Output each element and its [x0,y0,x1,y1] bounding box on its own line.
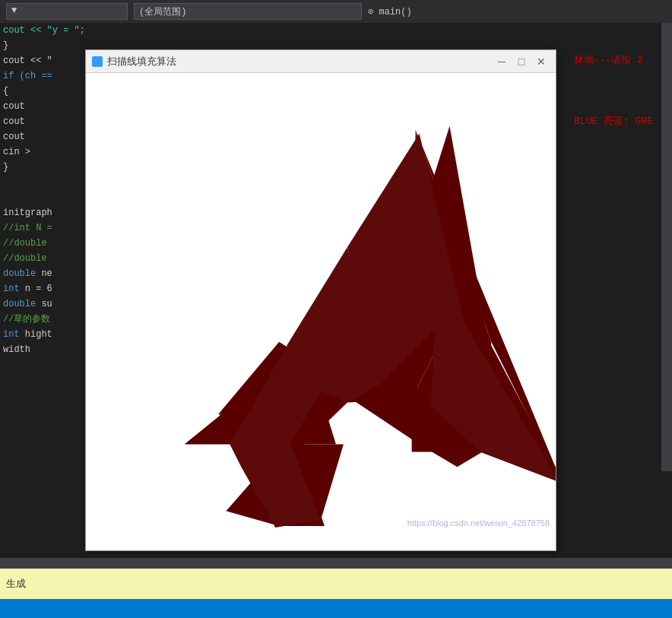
code-line: { [3,84,88,99]
scope-dropdown1[interactable]: ▼ [6,3,128,20]
watermark-text: https://blog.csdn.net/weixin_42878758 [407,518,550,528]
right-panel: 林地---请按 2 BLUE 亮蓝: GRE [574,23,661,471]
modal-dialog: 扫描线填充算法 ─ □ ✕ [85,49,556,551]
right-line: BLUE 亮蓝: GRE [574,114,661,129]
right-line: 林地---请按 2 [574,53,661,68]
code-line: double ne [3,266,88,281]
main-label: ⊙ main() [368,6,412,17]
scope-dropdown1-arrow: ▼ [11,5,17,16]
gen-bar-text: 生成 [6,577,26,591]
code-line [3,190,88,205]
code-line [3,175,88,190]
modal-minimize-button[interactable]: ─ [493,55,510,68]
status-bar [0,599,672,618]
scope-label: (全局范围) [139,7,186,17]
generation-bar: 生成 [0,569,672,599]
code-line: double su [3,296,88,312]
modal-maximize-button[interactable]: □ [513,55,530,68]
top-toolbar: ▼ (全局范围) ⊙ main() [0,0,672,23]
code-editor-left: cout << "y = "; cin >> y[i];*/ } cout <<… [0,23,91,471]
modal-canvas: https://blog.csdn.net/weixin_42878758 [86,73,556,550]
code-line: if (ch == [3,68,88,84]
code-line: //草的参数 [3,312,88,327]
code-line: //double [3,236,88,251]
code-line: int hight [3,327,88,342]
vertical-scrollbar[interactable] [661,23,672,471]
code-line: cout [3,114,88,129]
modal-close-button[interactable]: ✕ [533,55,550,68]
code-line: } [3,38,88,53]
code-line: } [3,160,88,175]
main-indicator: ⊙ main() [368,6,412,17]
code-line: width [3,342,88,357]
shape-drawing [86,73,556,550]
code-line: //double [3,251,88,266]
code-line: int n = 6 [3,281,88,296]
code-line: initgraph [3,205,88,220]
modal-title-text: 扫描线填充算法 [107,55,176,68]
code-line: cout << "y = "; cin >> y[i];*/ [3,23,88,38]
modal-titlebar: 扫描线填充算法 ─ □ ✕ [86,50,556,73]
scope-dropdown2[interactable]: (全局范围) [134,3,362,20]
code-line: cin > [3,144,88,160]
horizontal-scrollbar[interactable] [0,558,672,569]
modal-title-left: 扫描线填充算法 [92,55,176,68]
code-line: //int N = [3,220,88,236]
modal-window-controls: ─ □ ✕ [493,55,550,68]
code-line: cout [3,99,88,114]
code-line: cout [3,129,88,144]
modal-app-icon [92,56,103,67]
code-line: cout << " [3,53,88,68]
